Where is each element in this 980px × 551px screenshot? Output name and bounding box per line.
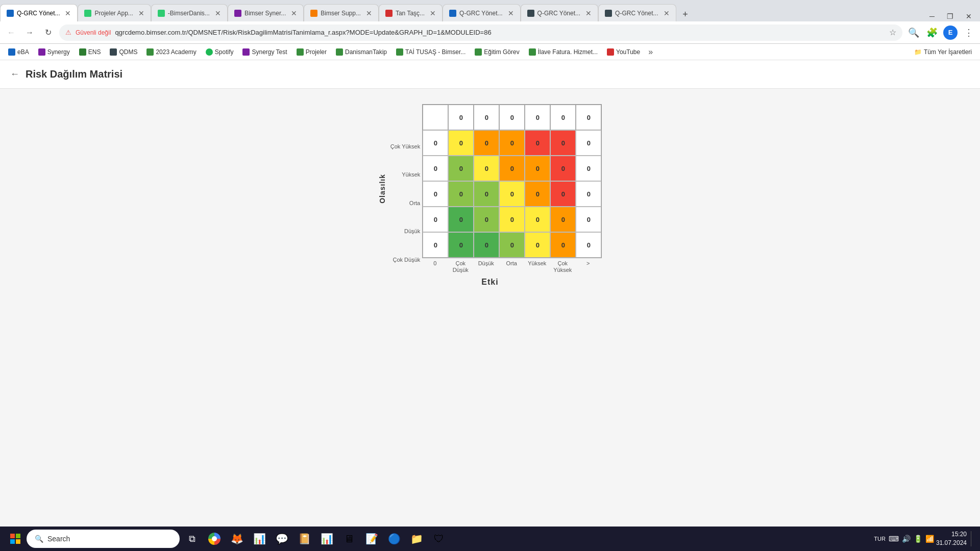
- tab-6[interactable]: Q-GRC Yönet... ✕: [443, 4, 520, 21]
- reload-button[interactable]: ↻: [41, 26, 55, 40]
- grid-r1-c4[interactable]: 0: [525, 156, 550, 181]
- back-button[interactable]: ←: [4, 26, 18, 40]
- bookmark-ilave[interactable]: İlave Fatura. Hizmet...: [525, 45, 602, 59]
- grid-r4-c1[interactable]: 0: [448, 232, 474, 258]
- grid-r0-c2[interactable]: 0: [474, 130, 499, 156]
- bookmark-egitim[interactable]: Eğitim Görev: [471, 45, 523, 59]
- taskview-button[interactable]: ⧉: [182, 529, 202, 549]
- grid-r0-c4[interactable]: 0: [525, 130, 550, 156]
- extensions-icon[interactable]: 🧩: [925, 26, 939, 40]
- show-desktop-button[interactable]: [971, 531, 974, 546]
- taskbar-app-chrome[interactable]: [204, 529, 225, 549]
- grid-r3-c4[interactable]: 0: [525, 207, 550, 232]
- tab-close-5[interactable]: ✕: [430, 9, 436, 17]
- tab-2[interactable]: -BimserDanis... ✕: [151, 4, 228, 21]
- bookmark-projeler[interactable]: Projeler: [292, 45, 331, 59]
- minimize-button[interactable]: ─: [925, 11, 939, 21]
- grid-r1-c3[interactable]: 0: [499, 156, 525, 181]
- taskbar-app-excel[interactable]: 📊: [316, 529, 337, 549]
- tab-9[interactable]: Q-GRC Yönet... ✕: [598, 4, 676, 21]
- back-arrow-button[interactable]: ←: [10, 69, 19, 80]
- grid-r4-c4[interactable]: 0: [525, 232, 550, 258]
- grid-r3-c2[interactable]: 0: [474, 207, 499, 232]
- taskbar-app-teams2[interactable]: 🔵: [384, 529, 404, 549]
- tab-3[interactable]: Bimser Syner... ✕: [228, 4, 304, 21]
- profile-button[interactable]: E: [943, 26, 958, 40]
- grid-r1-c0[interactable]: 0: [423, 156, 448, 181]
- grid-r4-c0[interactable]: 0: [423, 232, 448, 258]
- tab-close-button[interactable]: ✕: [65, 9, 71, 17]
- tab-active[interactable]: Q-GRC Yönet... ✕: [0, 4, 78, 21]
- taskbar-app-folder[interactable]: 📁: [406, 529, 427, 549]
- bookmarks-more-button[interactable]: »: [645, 47, 656, 57]
- grid-r1-c2[interactable]: 0: [474, 156, 499, 181]
- grid-r2-c3[interactable]: 0: [499, 181, 525, 207]
- grid-r0-c3[interactable]: 0: [499, 130, 525, 156]
- taskbar-search[interactable]: 🔍 Search: [27, 530, 180, 548]
- grid-r0-c6[interactable]: 0: [576, 130, 601, 156]
- close-button[interactable]: ✕: [962, 11, 976, 21]
- grid-r3-c6[interactable]: 0: [576, 207, 601, 232]
- taskbar-app-shield[interactable]: 🛡: [429, 529, 449, 549]
- taskbar-app-teams[interactable]: 💬: [272, 529, 292, 549]
- grid-r1-c1[interactable]: 0: [448, 156, 474, 181]
- grid-r0-c1[interactable]: 0: [448, 130, 474, 156]
- tab-close-1[interactable]: ✕: [138, 9, 144, 17]
- grid-r3-c0[interactable]: 0: [423, 207, 448, 232]
- grid-cell-header-0[interactable]: [423, 105, 448, 130]
- volume-icon[interactable]: 🔊: [902, 535, 911, 543]
- grid-cell-header-1[interactable]: 0: [448, 105, 474, 130]
- grid-r2-c2[interactable]: 0: [474, 181, 499, 207]
- battery-icon[interactable]: 🔋: [914, 535, 922, 543]
- taskbar-time[interactable]: 15:20 31.07.2024: [936, 530, 967, 547]
- grid-cell-header-2[interactable]: 0: [474, 105, 499, 130]
- taskbar-app-files[interactable]: 🦊: [227, 529, 247, 549]
- grid-r4-c5[interactable]: 0: [550, 232, 576, 258]
- taskbar-app-word[interactable]: 📝: [361, 529, 382, 549]
- bookmark-synergy[interactable]: Synergy: [34, 45, 74, 59]
- tab-5[interactable]: Tan Taşç... ✕: [379, 4, 443, 21]
- tab-close-9[interactable]: ✕: [664, 9, 670, 17]
- url-bar[interactable]: ⚠ Güvenli değil qgrcdemo.bimser.com.tr/Q…: [59, 24, 902, 41]
- tab-1[interactable]: Projeler App... ✕: [78, 4, 151, 21]
- bookmarks-folder[interactable]: 📁 Tüm Yer İşaretleri: [910, 47, 976, 57]
- keyboard-icon[interactable]: ⌨: [889, 535, 899, 543]
- grid-r2-c0[interactable]: 0: [423, 181, 448, 207]
- grid-r2-c4[interactable]: 0: [525, 181, 550, 207]
- grid-r3-c5[interactable]: 0: [550, 207, 576, 232]
- new-tab-button[interactable]: +: [678, 7, 693, 21]
- tab-close-4[interactable]: ✕: [366, 9, 372, 17]
- search-icon[interactable]: 🔍: [906, 26, 921, 40]
- bookmark-danismantakip[interactable]: DanismanTakip: [332, 45, 391, 59]
- tab-close-3[interactable]: ✕: [291, 9, 297, 17]
- grid-r4-c2[interactable]: 0: [474, 232, 499, 258]
- grid-r2-c5[interactable]: 0: [550, 181, 576, 207]
- taskbar-app-store[interactable]: 🖥: [339, 529, 359, 549]
- tab-7[interactable]: Q-GRC Yönet... ✕: [521, 4, 598, 21]
- tab-4[interactable]: Bimser Supp... ✕: [304, 4, 379, 21]
- grid-r0-c0[interactable]: 0: [423, 130, 448, 156]
- bookmark-eba[interactable]: eBA: [4, 45, 33, 59]
- bookmark-academy[interactable]: 2023 Academy: [142, 45, 200, 59]
- bookmark-tai[interactable]: TAİ TUSAŞ - Bimser...: [392, 45, 470, 59]
- tab-close-6[interactable]: ✕: [508, 9, 514, 17]
- grid-cell-header-3[interactable]: 0: [499, 105, 525, 130]
- tab-close-7[interactable]: ✕: [585, 9, 592, 17]
- bookmark-ens[interactable]: ENS: [75, 45, 105, 59]
- grid-r1-c6[interactable]: 0: [576, 156, 601, 181]
- menu-icon[interactable]: ⋮: [962, 26, 976, 40]
- taskbar-app-task[interactable]: 📊: [249, 529, 270, 549]
- grid-r3-c3[interactable]: 0: [499, 207, 525, 232]
- bookmark-synergy-test[interactable]: Synergy Test: [238, 45, 291, 59]
- grid-r2-c1[interactable]: 0: [448, 181, 474, 207]
- grid-cell-header-4[interactable]: 0: [525, 105, 550, 130]
- bookmark-youtube[interactable]: YouTube: [603, 45, 644, 59]
- network-icon[interactable]: 📶: [925, 535, 934, 543]
- grid-r4-c6[interactable]: 0: [576, 232, 601, 258]
- grid-r0-c5[interactable]: 0: [550, 130, 576, 156]
- restore-button[interactable]: ❐: [943, 11, 958, 21]
- grid-cell-header-5[interactable]: 0: [550, 105, 576, 130]
- grid-r2-c6[interactable]: 0: [576, 181, 601, 207]
- bookmark-spotify[interactable]: Spotify: [202, 45, 238, 59]
- forward-button[interactable]: →: [22, 26, 37, 40]
